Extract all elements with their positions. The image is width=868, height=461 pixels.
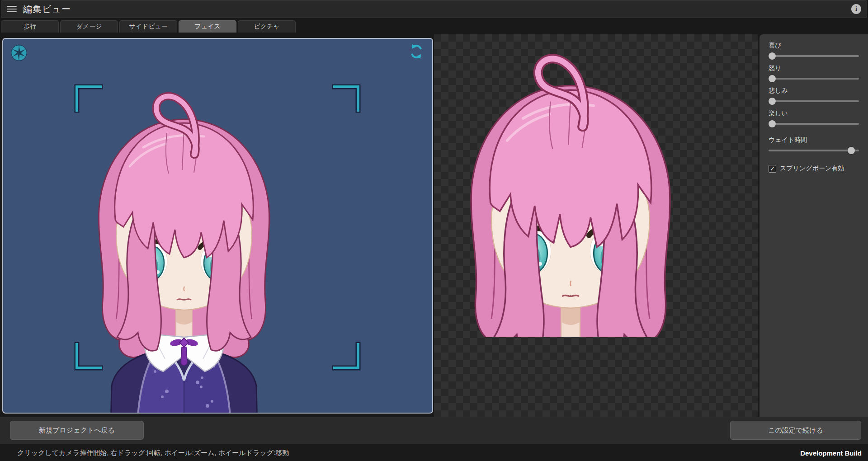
back-to-new-project-button[interactable]: 新規プロジェクトへ戻る xyxy=(10,421,144,440)
checkbox-label: スプリングボーン有効 xyxy=(780,165,844,173)
tab-walk[interactable]: 歩行 xyxy=(1,20,59,33)
camera-viewport[interactable] xyxy=(2,38,433,414)
development-build-label: Development Build xyxy=(800,449,862,457)
slider-label-sadness: 悲しみ xyxy=(769,87,859,95)
expression-settings-panel: 喜び 怒り 悲しみ 楽しい ウェイト時間 ✓ スプリングボーン有効 xyxy=(760,34,868,417)
tab-damage[interactable]: ダメージ xyxy=(60,20,118,33)
tab-sideview[interactable]: サイドビュー xyxy=(119,20,177,33)
slider-thumb[interactable] xyxy=(848,147,855,154)
slider-thumb[interactable] xyxy=(769,120,776,127)
aperture-icon[interactable] xyxy=(10,44,28,61)
slider-anger[interactable] xyxy=(769,75,859,83)
rendered-face-sprite xyxy=(434,34,758,337)
slider-sadness[interactable] xyxy=(769,97,859,105)
slider-label-fun: 楽しい xyxy=(769,109,859,118)
slider-fun[interactable] xyxy=(769,120,859,128)
slider-joy[interactable] xyxy=(769,52,859,60)
footer-bar: 新規プロジェクトへ戻る この設定で続ける xyxy=(0,417,868,444)
checkbox-check-icon[interactable]: ✓ xyxy=(769,165,776,173)
refresh-icon[interactable] xyxy=(409,43,424,60)
hamburger-icon[interactable] xyxy=(7,6,17,12)
slider-wait-time[interactable] xyxy=(769,146,859,155)
spring-bone-checkbox[interactable]: ✓ スプリングボーン有効 xyxy=(769,165,859,173)
character-preview xyxy=(48,66,320,414)
info-icon[interactable]: i xyxy=(851,4,861,14)
slider-label-anger: 怒り xyxy=(769,64,859,72)
slider-thumb[interactable] xyxy=(769,52,776,60)
transparent-render-pane xyxy=(434,34,758,417)
view-tabbar: 歩行 ダメージ サイドビュー フェイス ピクチャ xyxy=(1,20,296,33)
continue-with-settings-button[interactable]: この設定で続ける xyxy=(730,421,861,440)
tab-face[interactable]: フェイス xyxy=(179,20,236,33)
camera-help-text: クリックしてカメラ操作開始, 右ドラッグ:回転, ホイール:ズーム, ホイールド… xyxy=(17,449,289,457)
tab-picture[interactable]: ピクチャ xyxy=(238,20,296,33)
slider-thumb[interactable] xyxy=(769,75,776,82)
slider-thumb[interactable] xyxy=(769,98,776,105)
status-bar: クリックしてカメラ操作開始, 右ドラッグ:回転, ホイール:ズーム, ホイールド… xyxy=(0,445,868,461)
title-bar: 編集ビュー i xyxy=(1,0,867,18)
page-title: 編集ビュー xyxy=(23,3,71,15)
slider-label-joy: 喜び xyxy=(769,42,859,50)
slider-label-wait-time: ウェイト時間 xyxy=(769,136,859,144)
